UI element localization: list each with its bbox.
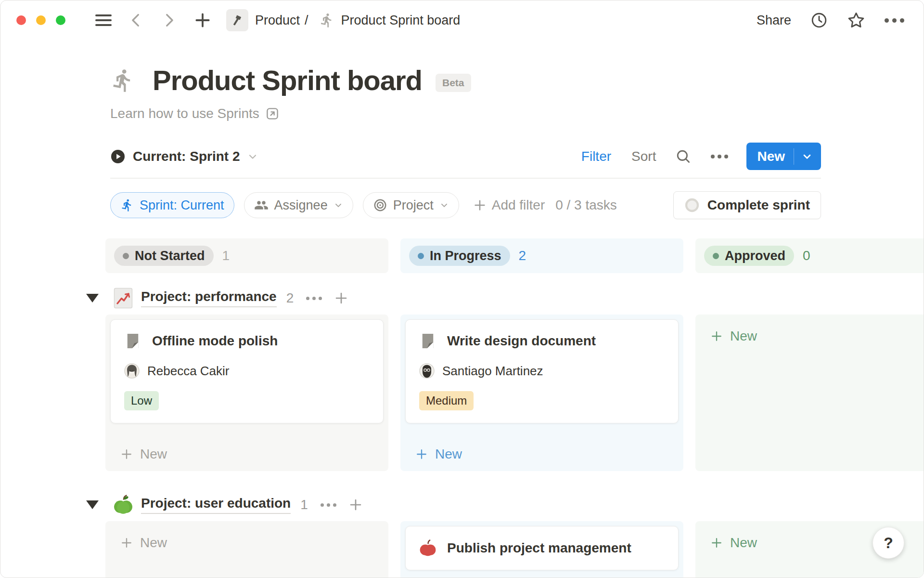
status-dot-icon <box>418 253 424 259</box>
avatar <box>124 363 140 379</box>
plus-icon <box>473 198 487 212</box>
toolbar-divider <box>110 178 821 179</box>
plus-icon <box>415 447 428 461</box>
green-apple-icon <box>113 494 133 515</box>
cell-approved: New <box>695 315 924 471</box>
minimize-window-button[interactable] <box>36 15 46 25</box>
more-icon[interactable] <box>885 18 904 23</box>
plus-icon <box>120 447 133 461</box>
group-add-icon[interactable] <box>334 290 349 306</box>
plus-icon <box>120 536 133 550</box>
new-card-button[interactable]: New <box>400 441 683 467</box>
top-bar-actions: Share <box>757 11 904 29</box>
group-add-icon[interactable] <box>348 497 363 512</box>
chart-increasing-icon <box>113 288 133 309</box>
group-count: 2 <box>286 290 294 306</box>
target-icon <box>373 198 387 212</box>
cell-not-started: New <box>105 521 388 578</box>
new-card-button[interactable]: New <box>695 323 924 349</box>
sort-button[interactable]: Sort <box>631 149 656 164</box>
runner-icon <box>319 13 334 28</box>
new-button[interactable]: New <box>746 143 821 170</box>
red-apple-icon <box>419 539 436 557</box>
add-page-icon[interactable] <box>193 11 212 29</box>
share-button[interactable]: Share <box>757 13 791 28</box>
external-link-icon <box>265 106 280 121</box>
status-badge[interactable]: Approved <box>704 246 794 266</box>
card-title: Publish project management <box>447 540 631 556</box>
page-runner-icon[interactable] <box>110 68 135 93</box>
group-label[interactable]: Project: user education <box>141 496 291 514</box>
forward-icon[interactable] <box>161 12 177 28</box>
breadcrumb-current[interactable]: Product Sprint board <box>341 13 461 28</box>
assignee-filter-chip[interactable]: Assignee <box>244 192 353 218</box>
sprint-filter-chip[interactable]: Sprint: Current <box>110 192 234 218</box>
sprint-filter-label: Sprint: Current <box>140 198 224 213</box>
back-icon[interactable] <box>128 12 144 28</box>
page-icon <box>124 332 141 350</box>
page-header: Product Sprint board Beta <box>110 64 821 96</box>
column-header-approved: Approved 0 <box>695 238 924 273</box>
help-button[interactable]: ? <box>873 527 904 559</box>
complete-sprint-button[interactable]: Complete sprint <box>673 191 821 219</box>
plus-icon <box>710 329 723 343</box>
column-header-not-started: Not Started 1 <box>105 238 388 273</box>
column-count: 0 <box>803 248 810 263</box>
status-dot-icon <box>123 253 129 259</box>
group-header-user-education: Project: user education 1 <box>86 494 924 515</box>
people-icon <box>254 198 269 212</box>
zoom-window-button[interactable] <box>56 15 65 25</box>
card-title: Offline mode polish <box>152 333 278 349</box>
chevron-down-icon <box>247 151 258 162</box>
group-more-icon[interactable] <box>306 297 322 300</box>
view-more-icon[interactable] <box>711 155 728 158</box>
window-top-bar: Product / Product Sprint board Share <box>0 0 924 40</box>
close-window-button[interactable] <box>16 15 26 25</box>
column-count: 2 <box>519 248 526 263</box>
hammer-icon <box>226 9 248 31</box>
view-label: Current: Sprint 2 <box>133 149 240 164</box>
new-button-label: New <box>757 149 785 164</box>
view-switcher[interactable]: Current: Sprint 2 <box>110 149 258 164</box>
group-label[interactable]: Project: performance <box>141 289 277 307</box>
group-user-education-columns: New Publish project management New <box>105 521 924 578</box>
project-filter-label: Project <box>393 198 434 213</box>
status-dot-icon <box>713 253 719 259</box>
sidebar-toggle-icon[interactable] <box>95 14 112 26</box>
breadcrumb-parent[interactable]: Product <box>255 13 300 28</box>
page-title: Product Sprint board <box>153 64 422 96</box>
new-button-divider <box>794 148 794 165</box>
traffic-lights <box>16 15 65 25</box>
task-card[interactable]: Publish project management <box>405 526 679 570</box>
collapse-triangle-icon[interactable] <box>86 294 99 302</box>
progress-ring-icon <box>684 197 700 213</box>
tasks-counter: 0 / 3 tasks <box>555 197 617 213</box>
collapse-triangle-icon[interactable] <box>86 500 99 509</box>
group-header-performance: Project: performance 2 <box>86 288 924 309</box>
runner-icon <box>120 198 134 212</box>
filter-bar: Sprint: Current Assignee Project Add fil… <box>110 191 821 219</box>
view-toolbar: Current: Sprint 2 Filter Sort New <box>110 143 821 170</box>
group-count: 1 <box>300 497 308 512</box>
card-title: Write design document <box>447 333 596 349</box>
new-button-chevron-icon[interactable] <box>801 150 813 163</box>
notion-window: Product / Product Sprint board Share Pro… <box>0 0 924 578</box>
filter-button[interactable]: Filter <box>581 149 611 164</box>
status-badge[interactable]: Not Started <box>114 246 214 266</box>
project-filter-chip[interactable]: Project <box>363 192 459 218</box>
add-filter-button[interactable]: Add filter <box>473 197 545 213</box>
learn-link[interactable]: Learn how to use Sprints <box>110 106 280 121</box>
task-card[interactable]: Offline mode polish Rebecca Cakir Low <box>110 319 384 423</box>
star-icon[interactable] <box>847 11 865 29</box>
kanban-board: Not Started 1 In Progress 2 Approved 0 <box>0 238 924 578</box>
column-headers: Not Started 1 In Progress 2 Approved 0 <box>105 238 924 273</box>
new-card-button[interactable]: New <box>105 441 388 467</box>
status-badge[interactable]: In Progress <box>409 246 510 266</box>
priority-tag: Low <box>124 391 159 410</box>
beta-badge: Beta <box>436 74 471 92</box>
task-card[interactable]: Write design document Santiago Martinez … <box>405 319 679 423</box>
group-more-icon[interactable] <box>321 503 336 507</box>
new-card-button[interactable]: New <box>105 530 388 556</box>
clock-icon[interactable] <box>810 12 828 29</box>
search-icon[interactable] <box>675 148 692 165</box>
